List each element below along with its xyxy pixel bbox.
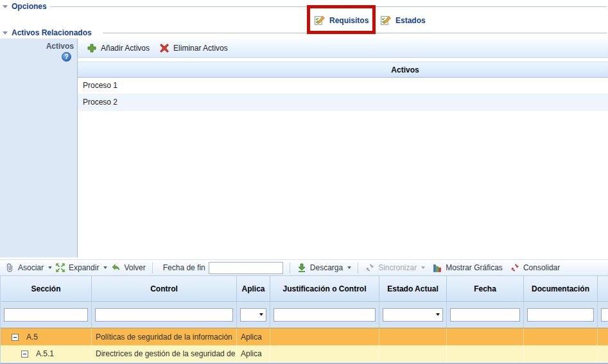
consolidar-label: Consolidar	[523, 263, 560, 272]
seccion-filter-input[interactable]	[4, 308, 88, 322]
control-cell: Directrices de gestión de la seguridad d…	[92, 345, 237, 362]
seccion-value: A.5.1	[36, 349, 54, 358]
justificacion-cell	[270, 329, 379, 345]
clipped-filter-input[interactable]	[601, 308, 608, 322]
column-header-estado-actual[interactable]: Estado Actual	[379, 276, 447, 301]
fecha-cell	[447, 345, 524, 362]
estado-cell	[379, 329, 447, 345]
descarga-label: Descarga	[310, 263, 343, 272]
activos-relacionados-section-header: Activos Relacionados	[3, 28, 92, 37]
asociar-label: Asociar	[18, 263, 44, 272]
mostrar-graficas-label: Mostrar Gráficas	[446, 263, 503, 272]
fecha-de-fin-input[interactable]	[209, 262, 283, 274]
activos-panel: Activos ? Añadir Activos Eliminar Activo…	[0, 39, 608, 257]
filter-cell	[379, 302, 447, 327]
collapse-toggle-icon[interactable]	[3, 31, 8, 35]
mostrar-graficas-button[interactable]: Mostrar Gráficas	[446, 263, 503, 272]
estados-button[interactable]: Estados	[380, 12, 426, 29]
column-header-clipped	[598, 276, 608, 301]
collapse-toggle-icon[interactable]	[3, 5, 8, 8]
table-row-a5[interactable]: A.5 Políticas de seguridad de la informa…	[1, 328, 608, 345]
dropdown-arrow-icon	[436, 313, 440, 316]
activos-list-item[interactable]: Proceso 2	[78, 94, 608, 111]
estados-button-label: Estados	[395, 16, 426, 25]
filter-cell	[1, 302, 92, 327]
column-header-aplica[interactable]: Aplica	[237, 276, 270, 301]
activos-column-title: Activos	[78, 62, 608, 78]
estado-cell	[379, 345, 447, 362]
column-header-fecha[interactable]: Fecha	[447, 276, 524, 301]
controls-grid: Sección Control Aplica Justificación o C…	[0, 276, 608, 364]
collapse-minus-icon[interactable]	[12, 334, 19, 341]
anadir-activos-button[interactable]: Añadir Activos	[84, 42, 152, 55]
control-filter-input[interactable]	[95, 308, 233, 322]
table-row-a51[interactable]: A.5.1 Directrices de gestión de la segur…	[1, 345, 608, 362]
column-header-control[interactable]: Control	[92, 276, 237, 301]
bar-chart-icon	[432, 263, 442, 273]
add-plus-icon	[87, 43, 97, 53]
opciones-section-header: Opciones	[3, 2, 47, 11]
back-arrow-icon	[110, 263, 121, 273]
column-header-documentacion[interactable]: Documentación	[524, 276, 598, 301]
documentacion-cell	[524, 329, 598, 345]
eliminar-activos-button[interactable]: Eliminar Activos	[157, 42, 230, 55]
controls-toolbar: Asociar Expandir Volver Fecha de fin	[0, 259, 608, 276]
column-header-justificacion[interactable]: Justificación o Control	[270, 276, 379, 301]
eliminar-activos-label: Eliminar Activos	[173, 44, 228, 53]
filter-cell	[270, 302, 379, 327]
volver-button[interactable]: Volver	[124, 263, 145, 272]
filter-cell	[237, 302, 270, 327]
activos-grid-column-header[interactable]: Activos	[78, 62, 608, 78]
fecha-filter-input[interactable]	[450, 308, 520, 322]
activos-field-label: Activos	[46, 42, 74, 51]
filter-cell	[598, 302, 608, 327]
filter-cell	[524, 302, 598, 327]
aplica-filter-select[interactable]	[240, 308, 266, 322]
chevron-down-icon	[347, 266, 351, 269]
activos-list-item[interactable]: Proceso 1	[78, 78, 608, 94]
estado-actual-filter-select[interactable]	[383, 308, 443, 322]
fecha-cell	[447, 329, 524, 345]
expandir-label: Expandir	[69, 263, 99, 272]
remove-x-icon	[159, 43, 169, 53]
chevron-down-icon	[421, 266, 425, 269]
chevron-down-icon	[48, 266, 52, 269]
documentacion-filter-input[interactable]	[527, 308, 594, 322]
sincronizar-button[interactable]: Sincronizar	[378, 263, 425, 272]
controls-grid-header-row: Sección Control Aplica Justificación o C…	[1, 276, 608, 302]
justificacion-filter-input[interactable]	[274, 308, 376, 322]
justificacion-cell	[270, 345, 379, 362]
toolbar-separator	[358, 263, 358, 273]
seccion-cell: A.5	[1, 329, 92, 345]
toolbar-separator	[290, 263, 290, 273]
edit-note-icon	[380, 15, 392, 26]
seccion-cell: A.5.1	[1, 345, 92, 362]
sincronizar-label: Sincronizar	[378, 263, 417, 272]
control-cell: Políticas de seguridad de la información	[92, 329, 237, 345]
chevron-down-icon	[103, 266, 107, 269]
consolidar-sync-icon	[510, 263, 520, 273]
collapse-minus-icon[interactable]	[21, 351, 28, 358]
help-icon[interactable]: ?	[62, 52, 71, 62]
activos-relacionados-title: Activos Relacionados	[12, 28, 92, 37]
dropdown-arrow-icon	[259, 313, 263, 316]
column-header-seccion[interactable]: Sección	[1, 276, 92, 301]
controls-grid-filter-row	[1, 302, 608, 328]
consolidar-button[interactable]: Consolidar	[523, 263, 560, 272]
aplica-cell: Aplica	[237, 345, 270, 362]
activos-field-label-cell: Activos ?	[0, 39, 77, 257]
expandir-button[interactable]: Expandir	[69, 263, 107, 272]
volver-label: Volver	[124, 263, 145, 272]
seccion-value: A.5	[26, 333, 38, 342]
opciones-title: Opciones	[12, 2, 47, 11]
descarga-button[interactable]: Descarga	[310, 263, 351, 272]
filter-cell	[92, 302, 237, 327]
clipped-cell	[598, 345, 608, 362]
sync-icon-disabled	[365, 263, 375, 273]
clipped-cell	[598, 329, 608, 345]
expand-arrows-icon	[55, 263, 65, 273]
filter-cell	[447, 302, 524, 327]
toolbar-separator	[152, 263, 153, 273]
activos-grid-toolbar: Añadir Activos Eliminar Activos	[78, 39, 608, 58]
asociar-button[interactable]: Asociar	[18, 263, 52, 272]
